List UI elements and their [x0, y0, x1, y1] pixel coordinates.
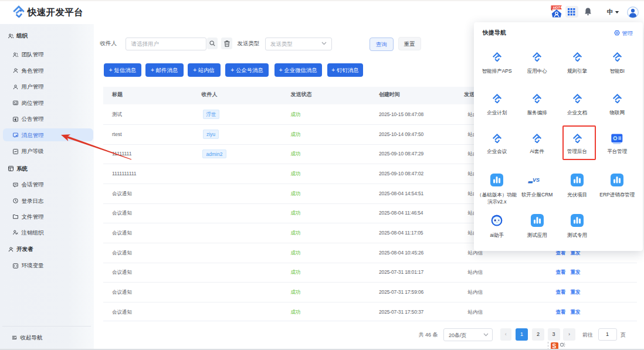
- svg-text:HOT: HOT: [553, 6, 560, 9]
